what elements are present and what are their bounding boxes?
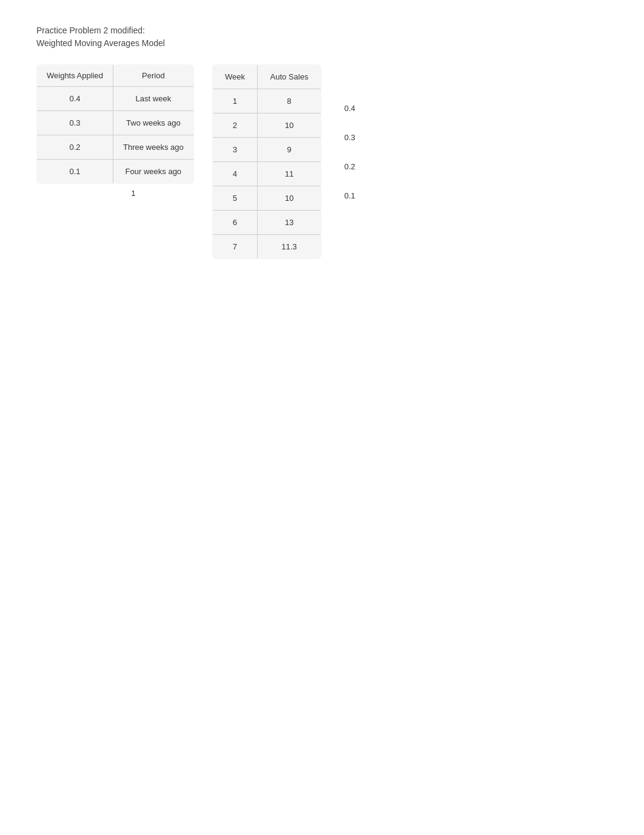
- weight-cell: 0.1: [37, 160, 113, 184]
- outside-weight-value: 0.1: [340, 181, 355, 210]
- weight-cell: 0.2: [37, 135, 113, 160]
- week-cell: 5: [212, 186, 257, 211]
- outside-weight-value: 0.2: [340, 152, 355, 181]
- table-row: 0.1 Four weeks ago: [37, 160, 194, 184]
- left-section: Weights Applied Period 0.4 Last week 0.3…: [36, 64, 194, 198]
- sales-cell: 11: [258, 162, 321, 186]
- week-header: Week: [212, 65, 257, 89]
- table-row: 1 8: [212, 89, 321, 113]
- period-header: Period: [113, 65, 194, 87]
- table-row: 0.3 Two weeks ago: [37, 111, 194, 135]
- sales-cell: 13: [258, 211, 321, 235]
- period-cell: Three weeks ago: [113, 135, 194, 160]
- table-row: 2 10: [212, 113, 321, 138]
- sales-cell: 8: [258, 89, 321, 113]
- period-cell: Two weeks ago: [113, 111, 194, 135]
- week-cell: 1: [212, 89, 257, 113]
- period-cell: Four weeks ago: [113, 160, 194, 184]
- table-row: 5 10: [212, 186, 321, 211]
- page-title: Practice Problem 2 modified: Weighted Mo…: [36, 24, 608, 50]
- table-row: 0.2 Three weeks ago: [37, 135, 194, 160]
- sales-cell: 9: [258, 138, 321, 162]
- week-cell: 7: [212, 235, 257, 259]
- auto-sales-header: Auto Sales: [258, 65, 321, 89]
- week-cell: 3: [212, 138, 257, 162]
- table-row: 6 13: [212, 211, 321, 235]
- outside-weight-value: 0.3: [340, 123, 355, 152]
- weights-table: Weights Applied Period 0.4 Last week 0.3…: [36, 64, 194, 184]
- weights-sum: 1: [36, 189, 194, 198]
- table-row: 4 11: [212, 162, 321, 186]
- weight-cell: 0.3: [37, 111, 113, 135]
- week-cell: 2: [212, 113, 257, 138]
- outside-weights: 0.40.30.20.1: [340, 64, 355, 210]
- week-cell: 6: [212, 211, 257, 235]
- sales-cell: 10: [258, 113, 321, 138]
- table-row: 7 11.3: [212, 235, 321, 259]
- period-cell: Last week: [113, 87, 194, 111]
- sales-cell: 10: [258, 186, 321, 211]
- week-cell: 4: [212, 162, 257, 186]
- sales-table: Week Auto Sales 1 8 2 10 3 9 4 11 5 10 6…: [212, 64, 321, 259]
- outside-weight-value: 0.4: [340, 93, 355, 123]
- table-row: 3 9: [212, 138, 321, 162]
- table-row: 0.4 Last week: [37, 87, 194, 111]
- sales-cell: 11.3: [258, 235, 321, 259]
- weights-applied-header: Weights Applied: [37, 65, 113, 87]
- weight-cell: 0.4: [37, 87, 113, 111]
